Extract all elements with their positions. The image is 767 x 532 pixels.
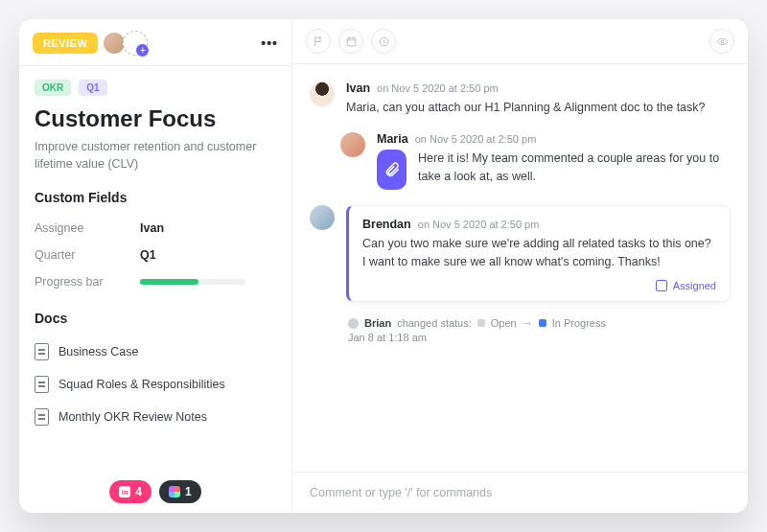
- comment-author: Maria: [377, 132, 408, 146]
- svg-point-2: [721, 40, 724, 43]
- more-menu-icon[interactable]: •••: [261, 35, 278, 51]
- progress-bar[interactable]: [140, 279, 245, 285]
- status-change-event: Brian changed status: Open → In Progress…: [348, 317, 731, 343]
- comment-meta: Ivan on Nov 5 2020 at 2:50 pm: [346, 81, 731, 95]
- comment-text: Maria, can you attach our H1 Planning & …: [346, 99, 731, 117]
- doc-item[interactable]: Monthly OKR Review Notes: [35, 401, 276, 433]
- status-to: In Progress: [552, 317, 606, 329]
- left-body: OKR Q1 Customer Focus Improve customer r…: [19, 66, 291, 433]
- figma-icon: [169, 486, 180, 497]
- comment-meta: Maria on Nov 5 2020 at 2:50 pm: [377, 132, 731, 146]
- svg-rect-0: [347, 37, 356, 45]
- status-verb: changed status:: [397, 317, 472, 329]
- attachment-icon[interactable]: [377, 150, 407, 190]
- link-pill[interactable]: in 4: [109, 480, 151, 503]
- doc-icon: [35, 343, 49, 360]
- watch-icon[interactable]: [709, 29, 734, 54]
- field-value: Q1: [140, 248, 156, 262]
- doc-item[interactable]: Business Case: [35, 335, 276, 368]
- assignee-avatars: [107, 31, 148, 56]
- assigned-label: Assigned: [673, 280, 716, 291]
- assigned-toggle[interactable]: Assigned: [362, 280, 716, 291]
- field-label: Progress bar: [35, 275, 140, 289]
- avatar-mini: [348, 318, 359, 329]
- docs-section: Docs Business Case Squad Roles & Respons…: [35, 311, 276, 433]
- comment-time: on Nov 5 2020 at 2:50 pm: [377, 82, 499, 94]
- comment: Maria on Nov 5 2020 at 2:50 pm Here it i…: [340, 132, 731, 190]
- custom-fields-heading: Custom Fields: [35, 190, 276, 205]
- field-value: Ivan: [140, 221, 164, 235]
- field-assignee[interactable]: Assignee Ivan: [35, 215, 276, 242]
- comment-time: on Nov 5 2020 at 2:50 pm: [418, 219, 540, 230]
- tag-q1[interactable]: Q1: [79, 80, 106, 96]
- field-quarter[interactable]: Quarter Q1: [35, 242, 276, 268]
- task-description[interactable]: Improve customer retention and customer …: [35, 138, 276, 173]
- docs-heading: Docs: [35, 311, 276, 326]
- comment-author: Ivan: [346, 81, 370, 95]
- doc-name: Business Case: [58, 345, 138, 359]
- comment: Brendan on Nov 5 2020 at 2:50 pm Can you…: [310, 205, 731, 303]
- activity-thread: Ivan on Nov 5 2020 at 2:50 pm Maria, can…: [292, 64, 748, 472]
- avatar[interactable]: [310, 81, 335, 106]
- bottom-pills: in 4 1: [19, 480, 291, 503]
- comment-author: Brendan: [362, 218, 411, 231]
- status-pill[interactable]: REVIEW: [33, 33, 98, 54]
- clock-icon[interactable]: [371, 29, 396, 54]
- figma-pill[interactable]: 1: [159, 480, 201, 503]
- figma-count: 1: [185, 485, 192, 498]
- arrow-icon: →: [523, 317, 533, 329]
- link-count: 4: [135, 485, 142, 498]
- right-panel: Ivan on Nov 5 2020 at 2:50 pm Maria, can…: [292, 19, 748, 513]
- activity-header: [292, 19, 748, 64]
- progress-fill: [140, 279, 198, 285]
- doc-icon: [35, 376, 49, 393]
- status-dot-progress: [539, 319, 546, 327]
- status-from: Open: [491, 317, 517, 329]
- comment: Ivan on Nov 5 2020 at 2:50 pm Maria, can…: [310, 81, 731, 117]
- comment-time: on Nov 5 2020 at 2:50 pm: [415, 133, 537, 145]
- field-progress[interactable]: Progress bar: [35, 268, 276, 295]
- comment-meta: Brendan on Nov 5 2020 at 2:50 pm: [362, 218, 716, 231]
- tag-okr[interactable]: OKR: [35, 80, 71, 96]
- doc-item[interactable]: Squad Roles & Responsibilities: [35, 368, 276, 401]
- calendar-icon[interactable]: [338, 29, 363, 54]
- left-header: REVIEW •••: [19, 19, 291, 66]
- comment-composer[interactable]: Comment or type '/' for commands: [292, 472, 748, 513]
- add-assignee-button[interactable]: [123, 31, 148, 56]
- comment-text: Here it is! My team commented a couple a…: [418, 150, 731, 186]
- checkbox-icon: [656, 280, 667, 291]
- field-label: Assignee: [35, 221, 140, 235]
- doc-name: Monthly OKR Review Notes: [58, 410, 207, 424]
- avatar[interactable]: [340, 132, 365, 157]
- doc-name: Squad Roles & Responsibilities: [58, 378, 225, 391]
- flag-icon[interactable]: [306, 29, 331, 54]
- comment-text: Can you two make sure we're adding all r…: [362, 235, 716, 271]
- avatar[interactable]: [310, 205, 335, 230]
- doc-icon: [35, 408, 49, 426]
- left-panel: REVIEW ••• OKR Q1 Customer Focus Improve…: [19, 19, 292, 513]
- task-title[interactable]: Customer Focus: [35, 105, 276, 132]
- link-icon: in: [119, 486, 130, 497]
- status-change-time: Jan 8 at 1:18 am: [348, 332, 731, 343]
- assigned-comment-card: Brendan on Nov 5 2020 at 2:50 pm Can you…: [346, 205, 731, 303]
- actor-name: Brian: [364, 317, 391, 329]
- field-label: Quarter: [35, 248, 140, 262]
- status-dot-open: [477, 319, 485, 327]
- tag-row: OKR Q1: [35, 80, 276, 96]
- task-modal: REVIEW ••• OKR Q1 Customer Focus Improve…: [19, 19, 748, 513]
